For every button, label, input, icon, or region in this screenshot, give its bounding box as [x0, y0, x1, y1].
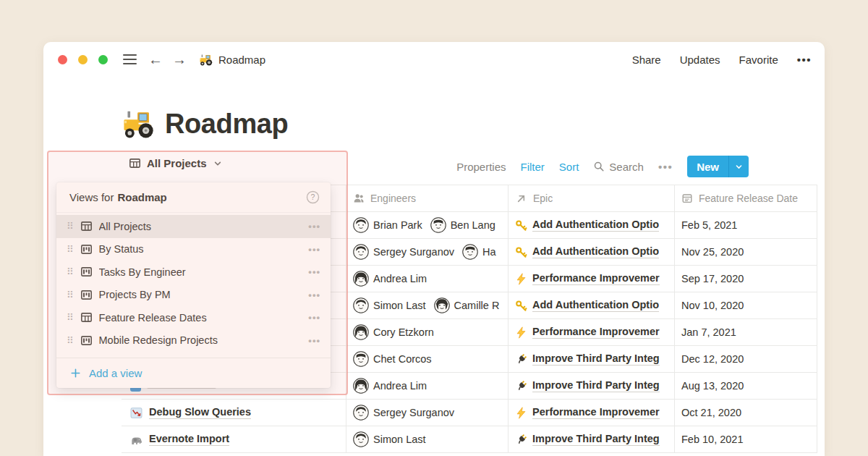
filter-button[interactable]: Filter: [521, 161, 545, 173]
view-item-more-button[interactable]: •••: [308, 221, 320, 232]
plus-icon: [70, 368, 81, 379]
engineer-name: Sergey Surganov: [373, 246, 454, 258]
date-cell[interactable]: Oct 21, 2020: [674, 400, 817, 426]
help-icon[interactable]: ?: [306, 190, 320, 204]
epic-link[interactable]: Performance Improvemer: [532, 406, 660, 419]
epic-link[interactable]: Add Authentication Optio: [532, 299, 659, 312]
engineers-cell[interactable]: Cory Etzkorn: [346, 319, 508, 346]
epic-cell[interactable]: Add Authentication Optio: [508, 239, 674, 266]
arrow-up-right-icon: [515, 193, 527, 205]
drag-handle-icon[interactable]: ⠿: [67, 221, 74, 232]
date-cell[interactable]: Feb 10, 2021: [674, 426, 817, 453]
column-header-label: Engineers: [370, 193, 416, 204]
new-dropdown-button[interactable]: [729, 156, 749, 177]
view-item-more-button[interactable]: •••: [308, 290, 320, 300]
date-value: Jan 7, 2021: [681, 326, 736, 338]
engineers-cell[interactable]: Chet Corcos: [346, 346, 508, 373]
share-button[interactable]: Share: [632, 54, 661, 66]
view-item-more-button[interactable]: •••: [308, 266, 320, 277]
view-item-more-button[interactable]: •••: [308, 244, 320, 255]
add-view-button[interactable]: Add a view: [56, 358, 331, 387]
avatar: [434, 297, 450, 313]
table-view-icon: [80, 220, 93, 232]
name-cell[interactable]: Evernote Import: [122, 426, 346, 453]
project-name-link[interactable]: Evernote Import: [149, 433, 229, 446]
page-title[interactable]: Roadmap: [165, 109, 288, 140]
drag-handle-icon[interactable]: ⠿: [67, 290, 74, 300]
epic-link[interactable]: Add Authentication Optio: [532, 245, 659, 258]
engineers-cell[interactable]: Brian Park Ben Lang: [346, 212, 508, 239]
view-item-label: By Status: [99, 243, 302, 255]
view-item[interactable]: ⠿ Tasks By Engineer •••: [56, 261, 331, 284]
date-cell[interactable]: Nov 25, 2020: [674, 239, 817, 266]
traffic-light-zoom[interactable]: [98, 55, 108, 64]
traffic-light-close[interactable]: [58, 55, 67, 64]
epic-cell[interactable]: Add Authentication Optio: [508, 212, 674, 239]
view-selector-button[interactable]: All Projects: [129, 157, 223, 169]
epic-cell[interactable]: Improve Third Party Integ: [508, 373, 674, 400]
search-label: Search: [609, 161, 644, 173]
name-cell[interactable]: Debug Slow Queries: [122, 400, 346, 426]
engineers-cell[interactable]: Andrea Lim: [346, 266, 508, 292]
epic-cell[interactable]: Performance Improvemer: [508, 266, 674, 292]
toolbar-more-button[interactable]: •••: [658, 161, 673, 173]
views-panel-header-label: Views for: [69, 191, 114, 203]
properties-button[interactable]: Properties: [456, 161, 506, 173]
date-cell[interactable]: Nov 10, 2020: [674, 292, 817, 319]
epic-cell[interactable]: Performance Improvemer: [508, 400, 674, 426]
engineer-name: Andrea Lim: [373, 380, 427, 392]
date-cell[interactable]: Dec 12, 2020: [674, 346, 817, 373]
epic-link[interactable]: Add Authentication Optio: [532, 219, 659, 232]
date-cell[interactable]: Feb 5, 2021: [674, 212, 817, 239]
date-cell[interactable]: Jan 7, 2021: [674, 319, 817, 346]
epic-link[interactable]: Performance Improvemer: [532, 326, 660, 339]
view-item[interactable]: ⠿ Feature Release Dates •••: [56, 306, 331, 329]
view-item[interactable]: ⠿ Projects By PM •••: [56, 284, 331, 307]
view-item[interactable]: ⠿ Mobile Redesign Projects •••: [56, 329, 331, 352]
epic-link[interactable]: Performance Improvemer: [532, 272, 660, 285]
epic-cell[interactable]: Improve Third Party Integ: [508, 346, 674, 373]
drag-handle-icon[interactable]: ⠿: [67, 335, 74, 346]
epic-link[interactable]: Improve Third Party Integ: [532, 433, 660, 446]
project-name-link[interactable]: Debug Slow Queries: [149, 406, 251, 419]
more-options-button[interactable]: •••: [797, 54, 812, 66]
drag-handle-icon[interactable]: ⠿: [67, 244, 74, 255]
column-header[interactable]: Epic: [508, 185, 674, 212]
engineers-cell[interactable]: Andrea Lim: [346, 373, 508, 400]
column-header[interactable]: Feature Release Date: [674, 185, 817, 212]
forward-button[interactable]: →: [172, 52, 187, 67]
date-cell[interactable]: Aug 13, 2020: [674, 373, 817, 400]
view-item-more-button[interactable]: •••: [308, 312, 320, 323]
sidebar-menu-icon[interactable]: [123, 54, 137, 64]
engineers-cell[interactable]: Simon Last: [346, 426, 508, 453]
back-button[interactable]: ←: [148, 52, 163, 67]
updates-button[interactable]: Updates: [680, 54, 720, 66]
new-button[interactable]: New: [687, 156, 728, 177]
drag-handle-icon[interactable]: ⠿: [67, 312, 74, 323]
search-button[interactable]: Search: [593, 161, 644, 173]
bolt-icon: [515, 326, 527, 339]
chevron-down-icon: [213, 159, 223, 169]
sort-button[interactable]: Sort: [559, 161, 579, 173]
epic-cell[interactable]: Improve Third Party Integ: [508, 426, 674, 453]
drag-handle-icon[interactable]: ⠿: [67, 266, 74, 277]
breadcrumb[interactable]: Roadmap: [200, 53, 265, 67]
tractor-icon[interactable]: [123, 107, 156, 140]
database-toolbar: Properties Filter Sort Search ••• New: [456, 156, 749, 177]
view-item-label: Feature Release Dates: [99, 312, 302, 324]
epic-link[interactable]: Improve Third Party Integ: [532, 352, 660, 366]
view-item-more-button[interactable]: •••: [308, 335, 320, 346]
traffic-light-minimize[interactable]: [78, 55, 88, 64]
view-item[interactable]: ⠿ By Status •••: [56, 238, 331, 261]
date-cell[interactable]: Sep 17, 2020: [674, 266, 817, 292]
favorite-button[interactable]: Favorite: [739, 54, 778, 66]
view-item[interactable]: ⠿ All Projects •••: [56, 215, 331, 238]
column-header[interactable]: Engineers: [346, 185, 508, 212]
engineers-cell[interactable]: Sergey Surganov: [346, 400, 508, 426]
engineer-chip: Ha: [462, 244, 496, 260]
engineers-cell[interactable]: Simon Last Camille R: [346, 292, 508, 319]
epic-cell[interactable]: Performance Improvemer: [508, 319, 674, 346]
epic-cell[interactable]: Add Authentication Optio: [508, 292, 674, 319]
epic-link[interactable]: Improve Third Party Integ: [532, 379, 660, 392]
engineers-cell[interactable]: Sergey Surganov Ha: [346, 239, 508, 266]
